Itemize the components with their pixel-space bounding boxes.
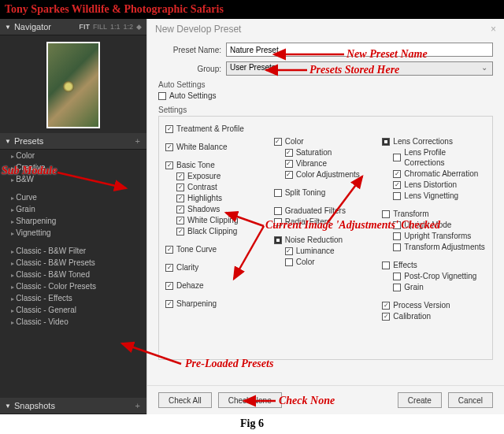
chk-split-toning[interactable]: Split Toning	[274, 187, 378, 198]
zoom-1-1[interactable]: 1:1	[110, 23, 120, 31]
chk-lens-profile[interactable]: Lens Profile Corrections	[393, 147, 486, 168]
check-none-button[interactable]: Check None	[218, 392, 282, 408]
chk-lens-vignetting[interactable]: Lens Vignetting	[393, 191, 486, 201]
chk-calibration[interactable]: Calibration	[382, 311, 486, 321]
chk-basic-tone[interactable]: Basic Tone	[165, 160, 269, 170]
chk-contrast[interactable]: Contrast	[176, 182, 269, 192]
zoom-ratio[interactable]: 1:2	[123, 23, 133, 31]
snapshots-label: Snapshots	[14, 401, 55, 410]
chk-transform[interactable]: Transform	[382, 209, 486, 219]
chk-transform-adjustments[interactable]: Transform Adjustments	[393, 242, 486, 252]
preset-group[interactable]: Creative	[0, 161, 146, 173]
chk-exposure[interactable]: Exposure	[176, 171, 269, 181]
chk-color[interactable]: Color	[274, 136, 378, 147]
group-select[interactable]: User Presets	[226, 61, 493, 76]
preset-group[interactable]: Sharpening	[0, 215, 146, 227]
chk-lens-distortion[interactable]: Lens Distortion	[393, 180, 486, 190]
chk-vibrance[interactable]: Vibrance	[285, 158, 378, 169]
chk-luminance[interactable]: Luminance	[285, 246, 378, 256]
settings-heading: Settings	[158, 106, 493, 114]
preset-group[interactable]: Classic - B&W Presets	[0, 257, 146, 269]
disclosure-icon: ▼	[5, 402, 11, 410]
create-button[interactable]: Create	[398, 392, 442, 408]
snapshots-header[interactable]: ▼ Snapshots +	[0, 398, 146, 414]
chk-saturation[interactable]: Saturation	[285, 147, 378, 158]
chk-shadows[interactable]: Shadows	[176, 204, 269, 214]
add-snapshot-icon[interactable]: +	[134, 401, 142, 410]
preset-name-input[interactable]	[226, 43, 493, 57]
chk-noise-color[interactable]: Color	[285, 257, 378, 267]
chk-upright-mode[interactable]: Upright Mode	[393, 220, 486, 230]
preset-group[interactable]: Classic - Color Presets	[0, 280, 146, 292]
auto-settings-checkbox[interactable]: Auto Settings	[158, 91, 493, 101]
chk-post-crop-vignetting[interactable]: Post-Crop Vignetting	[393, 271, 486, 281]
left-panel: ▼ Navigator FIT FILL 1:1 1:2 ◆ ▼ Presets…	[0, 19, 146, 414]
chk-grain[interactable]: Grain	[393, 282, 486, 292]
chk-clarity[interactable]: Clarity	[165, 262, 269, 273]
presets-header[interactable]: ▼ Presets +	[0, 133, 146, 150]
preset-group[interactable]: Classic - Video	[0, 316, 146, 328]
chk-process-version[interactable]: Process Version	[382, 300, 486, 310]
chk-radial-filters[interactable]: Radial Filters	[274, 217, 378, 227]
navigator-label: Navigator	[14, 22, 51, 32]
chk-tone-curve[interactable]: Tone Curve	[165, 244, 269, 254]
navigator-header[interactable]: ▼ Navigator FIT FILL 1:1 1:2 ◆	[0, 19, 146, 35]
chk-treatment[interactable]: Treatment & Profile	[165, 124, 269, 134]
auto-settings-heading: Auto Settings	[158, 80, 493, 89]
add-preset-icon[interactable]: +	[134, 136, 142, 146]
chk-lens-corrections[interactable]: Lens Corrections	[382, 136, 486, 147]
preset-group[interactable]: Vignetting	[0, 227, 146, 239]
zoom-fill[interactable]: FILL	[93, 23, 107, 31]
close-icon[interactable]: ×	[491, 24, 496, 35]
tutorial-title: Tony Sparkes Wildlife & Photographic Saf…	[0, 0, 504, 19]
disclosure-icon: ▼	[5, 138, 11, 145]
preset-group[interactable]: Classic - B&W Toned	[0, 269, 146, 280]
presets-label: Presets	[14, 136, 43, 146]
figure-caption: Fig 6	[0, 414, 504, 433]
navigator-preview[interactable]	[0, 35, 146, 133]
chk-chromatic-aberration[interactable]: Chromatic Aberration	[393, 169, 486, 179]
chk-color-adjustments[interactable]: Color Adjustments	[285, 169, 378, 180]
preset-group[interactable]: Color	[0, 150, 146, 161]
preset-group[interactable]: Curve	[0, 191, 146, 203]
check-all-button[interactable]: Check All	[158, 392, 212, 408]
chk-noise-reduction[interactable]: Noise Reduction	[274, 235, 378, 245]
preset-group[interactable]: Grain	[0, 203, 146, 215]
preset-list: Color Creative B&W Curve Grain Sharpenin…	[0, 150, 146, 328]
cancel-button[interactable]: Cancel	[448, 392, 493, 408]
preset-group[interactable]: Classic - B&W Filter	[0, 245, 146, 257]
zoom-fit[interactable]: FIT	[79, 23, 90, 31]
zoom-menu-icon[interactable]: ◆	[136, 23, 142, 31]
chk-upright-transforms[interactable]: Upright Transforms	[393, 231, 486, 241]
preset-name-label: Preset Name:	[158, 46, 221, 54]
chk-white-balance[interactable]: White Balance	[165, 142, 269, 152]
chk-dehaze[interactable]: Dehaze	[165, 280, 269, 291]
photo-thumbnail	[46, 42, 100, 128]
chk-effects[interactable]: Effects	[382, 260, 486, 270]
chk-black-clipping[interactable]: Black Clipping	[176, 226, 269, 236]
disclosure-icon: ▼	[5, 24, 11, 31]
new-develop-preset-dialog: New Develop Preset × Preset Name: Group:…	[146, 19, 504, 414]
chk-sharpening[interactable]: Sharpening	[165, 299, 269, 309]
chk-highlights[interactable]: Highlights	[176, 193, 269, 203]
preset-group[interactable]: Classic - General	[0, 304, 146, 316]
chk-graduated-filters[interactable]: Graduated Filters	[274, 206, 378, 216]
chk-white-clipping[interactable]: White Clipping	[176, 215, 269, 225]
group-label: Group:	[158, 65, 221, 73]
dialog-title: New Develop Preset	[155, 24, 241, 35]
preset-group[interactable]: B&W	[0, 173, 146, 185]
preset-group[interactable]: Classic - Effects	[0, 292, 146, 304]
